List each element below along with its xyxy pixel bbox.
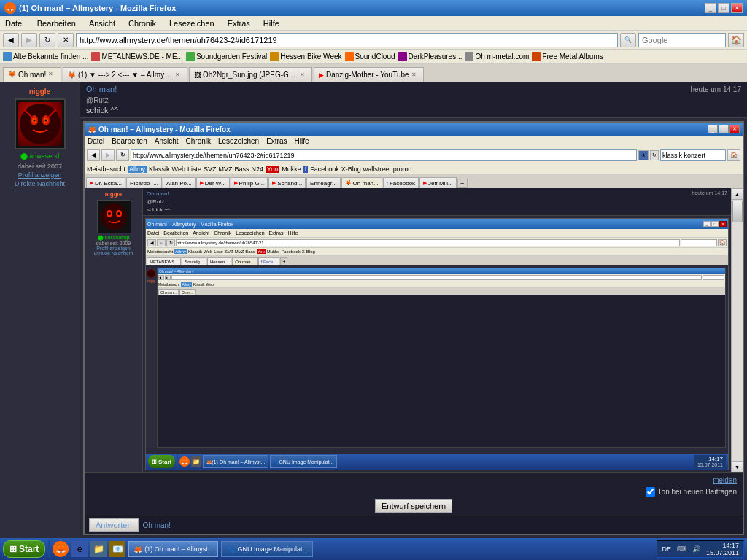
scroll-down-button[interactable]: ▼ <box>732 461 743 472</box>
deep-bm-youtube[interactable]: You <box>257 249 266 254</box>
inner-back-button[interactable]: ◀ <box>87 149 100 161</box>
taskbar-ie-icon[interactable]: e <box>71 541 88 557</box>
inner-bm-mvz[interactable]: MVZ <box>218 166 232 173</box>
scroll-thumb[interactable] <box>732 201 743 222</box>
deep-taskbar-item-1[interactable]: 🦊 (1) Oh man! – Allmyst... <box>203 455 268 468</box>
deep-menu-lesezeichen[interactable]: Lesezeichen <box>236 230 264 236</box>
deep-menu-datei[interactable]: Datei <box>147 230 159 236</box>
menu-lesezeichen[interactable]: Lesezeichen <box>167 18 217 28</box>
search-go-button[interactable]: 🔍 <box>620 33 636 47</box>
start-button[interactable]: ⊞ Start <box>3 540 45 558</box>
deep-bm-allmy[interactable]: Allmy <box>174 249 187 254</box>
deep-menu-extras[interactable]: Extras <box>269 230 284 236</box>
deep-tab-1[interactable]: METANEWS... <box>147 257 181 265</box>
inner-bm-facebook-text[interactable]: Facebook <box>310 166 339 173</box>
taskbar-thunderbird-icon[interactable]: 📧 <box>109 541 125 557</box>
inner-refresh-icon[interactable]: ↻ <box>650 150 659 160</box>
new-tab-button[interactable]: + <box>457 179 468 188</box>
inner-profile-link-2[interactable]: Profil anzeigen <box>96 246 130 251</box>
deep-search-input[interactable] <box>681 239 717 246</box>
inner-star-btn[interactable]: ★ <box>638 150 649 160</box>
deep-start-button[interactable]: ⊞ Start <box>148 455 175 468</box>
inner-bm-n24[interactable]: N24 <box>251 166 263 173</box>
inner-home-button[interactable]: 🏠 <box>727 149 740 161</box>
inner-bm-wallstreet[interactable]: wallstreet <box>363 166 391 173</box>
inner-bm-mukke[interactable]: Mukke <box>282 166 301 173</box>
home-button[interactable]: 🏠 <box>728 33 744 47</box>
inner-search-bar[interactable] <box>660 149 726 161</box>
deep-bm-meistbesucht[interactable]: Meistbesucht <box>147 249 173 254</box>
menu-hilfe[interactable]: Hilfe <box>261 18 282 28</box>
menu-bearbeiten[interactable]: Bearbeiten <box>35 18 78 28</box>
menu-extras[interactable]: Extras <box>225 18 252 28</box>
deepest-nav-back[interactable]: ◀ <box>158 275 164 280</box>
bookmark-alte-bekannte[interactable]: Alte Bekannte finden ... <box>3 52 88 61</box>
inner-tab-jeff-mill[interactable]: ▶ Jeff Mill... <box>419 177 457 188</box>
inner-bm-promo[interactable]: promo <box>393 166 412 173</box>
menu-chronik[interactable]: Chronik <box>126 18 158 28</box>
inner-menu-chronik[interactable]: Chronik <box>186 137 211 145</box>
inner-menu-extras[interactable]: Extras <box>266 137 287 145</box>
inner-reload-button[interactable]: ↻ <box>116 149 129 161</box>
inner-tab-philip[interactable]: ▶ Philip G... <box>231 177 268 188</box>
inner-bm-youtube[interactable]: You <box>266 166 279 173</box>
inner-tab-enneagr[interactable]: Enneagr... <box>306 177 340 188</box>
bookmark-soundgarden[interactable]: Soundgarden Festival <box>186 52 267 61</box>
deepest-nav-fwd[interactable]: ▶ <box>165 275 171 280</box>
tab-allmystery[interactable]: 🦊 (1) ▼ ---> 2 <--- ▼ – Allmystery ✕ <box>63 67 187 82</box>
taskbar-item-firefox[interactable]: 🦊 (1) Oh man! – Allmyst... <box>128 541 218 557</box>
inner-bm-allmy[interactable]: Allmy <box>128 166 147 173</box>
tab-youtube[interactable]: ▶ Danzig-Mother - YouTube ✕ <box>314 67 424 82</box>
bookmark-soundcloud[interactable]: SoundCloud <box>345 52 395 61</box>
inner-address-bar[interactable] <box>131 149 637 161</box>
bookmark-metalnews[interactable]: METALNEWS.DE - ME... <box>91 52 183 61</box>
inner-tab-facebook[interactable]: f Facebook <box>383 177 419 188</box>
inner-forward-button[interactable]: ▶ <box>101 149 115 161</box>
scroll-up-button[interactable]: ▲ <box>732 188 743 200</box>
tab-oh-man[interactable]: 🦊 Oh man! ✕ <box>3 67 61 82</box>
bookmark-hessen[interactable]: Hessen Bike Week <box>270 52 341 61</box>
deep-menu-hilfe[interactable]: Hilfe <box>287 230 298 236</box>
inner-tab-schand[interactable]: ▶ Schand... <box>268 177 306 188</box>
taskbar-item-gimp[interactable]: 🐾 GNU Image Manipulat... <box>221 541 313 557</box>
deep-bm-facebook[interactable]: Facebook <box>281 249 300 254</box>
tab-jpeg[interactable]: 🖼 Oh2Ngr_Sun.jpg (JPEG-Grafik, 3264x2...… <box>189 67 312 82</box>
deep-tab-3[interactable]: Hessen... <box>207 257 231 265</box>
address-bar[interactable] <box>76 33 618 47</box>
maximize-button[interactable]: □ <box>718 3 729 13</box>
inner-tab-ricardo[interactable]: Ricardo -... <box>126 177 162 188</box>
bookmark-darkpleasures[interactable]: DarkPleasures... <box>398 52 462 61</box>
forward-button[interactable]: ▶ <box>21 33 37 47</box>
deep-taskbar-item-gimp[interactable]: 🐾 GNU Image Manipulat... <box>270 455 337 468</box>
inner-bm-svz[interactable]: SVZ <box>204 166 217 173</box>
back-button[interactable]: ◀ <box>3 33 19 47</box>
deep-tab-2[interactable]: Soundg... <box>182 257 206 265</box>
inner-bm-bass[interactable]: Bass <box>234 166 249 173</box>
deep-back-btn[interactable]: ◀ <box>147 239 156 246</box>
deep-bm-mvz[interactable]: MVZ <box>235 249 244 254</box>
deepest-tab-active[interactable]: Oh m... <box>179 289 196 295</box>
bookmark-oh-metal[interactable]: Oh m-metal.com <box>465 52 529 61</box>
deep-tab-oh-man[interactable]: Oh man... <box>232 257 257 265</box>
taskbar-folder-icon[interactable]: 📁 <box>90 541 107 557</box>
deepest-tab-1[interactable]: Oh man... <box>158 289 179 295</box>
inner-menu-bearbeiten[interactable]: Bearbeiten <box>112 137 147 145</box>
deep-bm-liste[interactable]: Liste <box>214 249 223 254</box>
inner-bm-web[interactable]: Web <box>172 166 185 173</box>
menu-datei[interactable]: Datei <box>3 18 26 28</box>
deepest-address[interactable] <box>171 275 702 280</box>
inner-menu-ansicht[interactable]: Ansicht <box>155 137 179 145</box>
tab-close-allmystery[interactable]: ✕ <box>175 71 182 79</box>
inner-bm-liste[interactable]: Liste <box>187 166 201 173</box>
deepest-search[interactable] <box>703 275 724 280</box>
deep-reload-btn[interactable]: ↻ <box>166 239 175 246</box>
deep-menu-bearbeiten[interactable]: Bearbeiten <box>163 230 188 236</box>
deep-menu-chronik[interactable]: Chronik <box>214 230 231 236</box>
deep-bm-bass[interactable]: Bass <box>245 249 255 254</box>
deep-new-tab[interactable]: + <box>280 257 287 265</box>
inner-bm-xblog[interactable]: X-Blog <box>341 166 361 173</box>
deepest-bm-web[interactable]: Web <box>206 282 214 287</box>
direct-message-outer[interactable]: Direkte Nachricht <box>15 180 65 187</box>
deep-maximize[interactable]: □ <box>711 221 719 227</box>
deep-bm-klassik[interactable]: Klassik <box>188 249 202 254</box>
